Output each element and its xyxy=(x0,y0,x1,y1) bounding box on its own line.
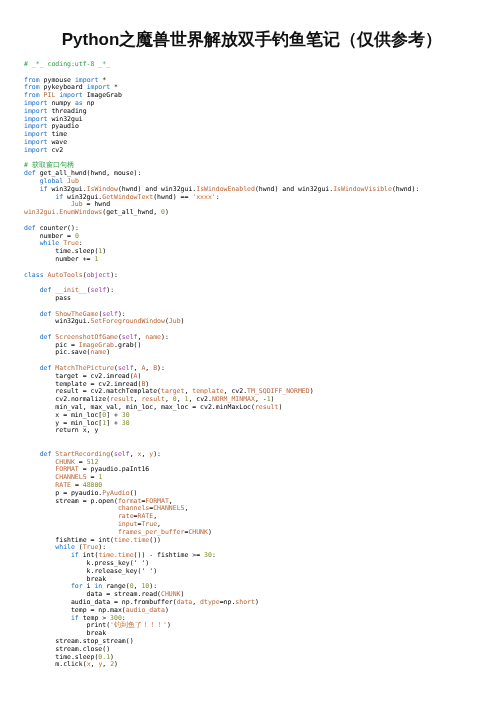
fn: time.time xyxy=(98,551,133,559)
txt: print( xyxy=(24,621,110,629)
str: '钓到鱼了！！！' xyxy=(110,621,167,629)
self: self xyxy=(102,310,118,318)
txt: win32gui xyxy=(47,115,82,123)
txt: pymouse xyxy=(40,76,75,84)
self: self xyxy=(114,450,130,458)
txt: ) xyxy=(310,387,314,395)
txt: pyaudio xyxy=(47,122,78,130)
var: audio_data xyxy=(126,606,165,614)
txt: ()) - fishtime >= xyxy=(134,551,204,559)
var: CHUNK xyxy=(161,590,181,598)
txt: , xyxy=(153,512,157,520)
var: CHANNELS xyxy=(153,504,184,512)
kw: while xyxy=(24,543,75,551)
comment: # 获取窗口句柄 xyxy=(24,161,74,169)
fn: MatchThePicture xyxy=(51,364,114,372)
num: 48000 xyxy=(83,481,103,489)
txt: ): xyxy=(98,543,106,551)
txt: k.release_key(' ') xyxy=(24,567,157,575)
txt: np xyxy=(83,99,95,107)
var: RATE xyxy=(24,481,71,489)
var: Jub xyxy=(24,200,83,208)
var: Jub xyxy=(63,177,79,185)
txt: ) xyxy=(165,606,169,614)
txt: stream.close() xyxy=(24,645,110,653)
arg: template xyxy=(192,387,223,395)
txt: k.press_key(' ') xyxy=(24,559,149,567)
fn: time.time xyxy=(114,536,149,544)
txt: * xyxy=(98,76,106,84)
type: short xyxy=(235,598,255,606)
txt: counter(): xyxy=(36,224,79,232)
kw: import xyxy=(24,107,47,115)
self: self xyxy=(118,364,134,372)
kw: import xyxy=(75,76,98,84)
txt: time.sleep( xyxy=(24,653,98,661)
cls: AutoTools xyxy=(44,271,83,279)
txt: ) xyxy=(181,590,185,598)
kw: import xyxy=(87,83,110,91)
kw2: True xyxy=(83,543,99,551)
txt: pic = xyxy=(24,341,79,349)
txt: x = min_loc[ xyxy=(24,411,102,419)
fn: __init__ xyxy=(51,286,86,294)
txt: number = xyxy=(24,232,75,240)
txt: time.sleep( xyxy=(24,247,98,255)
txt: pykeyboard xyxy=(40,83,87,91)
txt: stream = p.open( xyxy=(24,497,118,505)
txt: ): xyxy=(161,333,169,341)
arg: name xyxy=(145,333,161,341)
txt: ) xyxy=(165,208,169,216)
txt: () xyxy=(130,489,138,497)
txt: : xyxy=(216,193,220,201)
fn: StartRecording xyxy=(51,450,110,458)
txt: ) xyxy=(110,653,114,661)
var: CHUNK xyxy=(188,528,208,536)
num: 0.1 xyxy=(98,653,110,661)
txt: time xyxy=(47,130,67,138)
kw: import xyxy=(24,146,47,154)
kw2: True xyxy=(59,239,79,247)
txt: ) xyxy=(138,372,142,380)
txt: ) xyxy=(145,380,149,388)
fn: SetForegroundWindow xyxy=(91,317,165,325)
kw: if xyxy=(24,185,47,193)
page-title: Python之魔兽世界解放双手钓鱼笔记（仅供参考） xyxy=(0,0,504,61)
txt: , xyxy=(102,660,110,668)
kw: import xyxy=(24,99,47,107)
txt: template = cv2.imread( xyxy=(24,380,141,388)
txt: ) xyxy=(271,395,275,403)
code-line: # _*_ coding:utf-8 _*_ xyxy=(24,60,110,68)
txt: (hwnd) and win32gui. xyxy=(255,185,333,193)
txt: cv2.normalize( xyxy=(24,395,110,403)
num: 30 xyxy=(122,419,130,427)
txt: = xyxy=(75,458,87,466)
txt: ): xyxy=(149,582,157,590)
txt: threading xyxy=(47,107,86,115)
txt: ) xyxy=(114,660,118,668)
fn: GetWindowText xyxy=(102,193,153,201)
txt: target = cv2.imread( xyxy=(24,372,134,380)
txt: number += xyxy=(24,255,94,263)
txt: temp > xyxy=(79,614,110,622)
str: 'xxxx' xyxy=(192,193,215,201)
txt: i xyxy=(83,582,95,590)
var: FORMAT xyxy=(24,465,79,473)
txt: (get_all_hwnd, xyxy=(102,208,161,216)
kw: import xyxy=(24,115,47,123)
kw: def xyxy=(24,450,51,458)
txt: ): xyxy=(118,310,126,318)
kw: def xyxy=(24,364,51,372)
txt: ) xyxy=(208,528,212,536)
txt: ) xyxy=(255,598,259,606)
txt: stream.stop_stream() xyxy=(24,637,134,645)
txt: ): xyxy=(110,271,118,279)
kw: def xyxy=(24,286,51,294)
kw: class xyxy=(24,271,44,279)
var: CHANNELS xyxy=(24,473,87,481)
txt: ] + xyxy=(106,411,122,419)
txt: ( xyxy=(75,543,83,551)
kw: if xyxy=(24,193,63,201)
txt: break xyxy=(24,575,106,583)
txt: , cv2. xyxy=(224,387,247,395)
